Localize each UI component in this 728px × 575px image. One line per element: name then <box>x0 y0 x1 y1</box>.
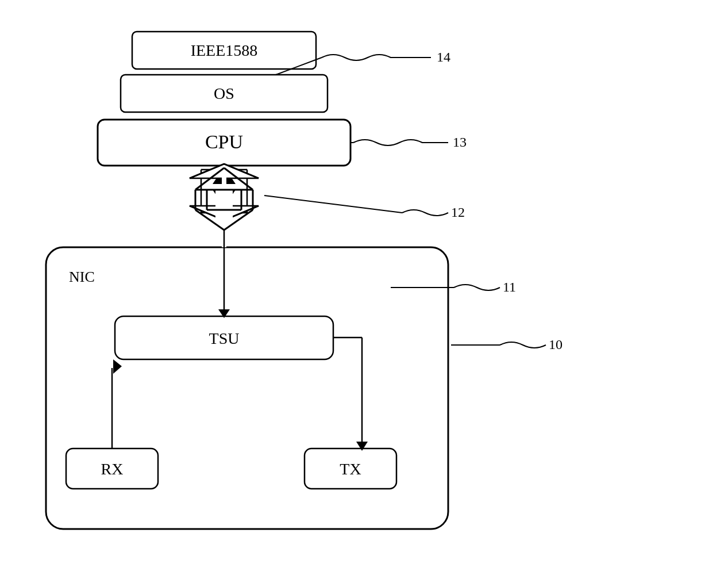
ref-11: 11 <box>503 279 516 294</box>
rx-label: RX <box>101 460 124 478</box>
os-label: OS <box>214 85 234 102</box>
ref-13: 13 <box>453 135 467 150</box>
nic-label: NIC <box>69 269 95 285</box>
svg-line-28 <box>264 195 402 213</box>
cpu-label: CPU <box>205 131 243 152</box>
diagram-container: IEEE1588 OS CPU <box>0 0 728 575</box>
tsu-label: TSU <box>209 329 240 347</box>
ieee1588-label: IEEE1588 <box>191 41 258 59</box>
ref-12: 12 <box>451 205 465 220</box>
tx-label: TX <box>340 460 361 478</box>
ref-14: 14 <box>437 49 450 64</box>
ref-10: 10 <box>549 337 563 352</box>
